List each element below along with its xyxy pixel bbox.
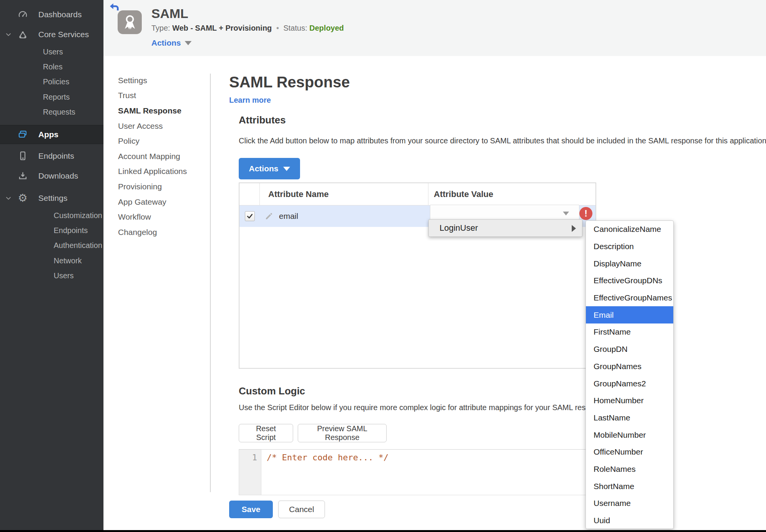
sidebar-item-apps[interactable]: Apps [0,125,103,144]
submenu-item[interactable]: Uuid [586,512,673,529]
submenu-item[interactable]: GroupDN [586,341,673,358]
learn-more-link[interactable]: Learn more [229,96,271,105]
sidebar-item-label: Roles [43,62,62,71]
subnav-item[interactable]: App Gateway [118,194,206,210]
gear-icon: ⚙ [17,192,28,204]
vertical-divider [210,74,211,492]
chevron-down-icon [5,194,12,202]
sidebar-item-authentication[interactable]: Authentication [0,238,103,253]
app-subnav: Settings Trust SAML Response User Access… [118,73,206,240]
section-title: SAML Response [229,74,350,91]
submenu-item[interactable]: Username [586,495,673,512]
sidebar-item-label: Policies [43,77,69,86]
subnav-item[interactable]: Settings [118,73,206,88]
submenu-item[interactable]: MobileNumber [586,426,673,443]
cancel-button[interactable]: Cancel [278,501,325,518]
sidebar-item-users[interactable]: Users [0,44,103,59]
header-actions-label: Actions [151,38,181,48]
sidebar-item-roles[interactable]: Roles [0,59,103,74]
sidebar-item-dashboards[interactable]: Dashboards [0,5,103,25]
reset-script-button[interactable]: Reset Script [239,424,293,442]
attribute-name-value: email [279,212,298,221]
subnav-item[interactable]: Linked Applications [118,164,206,179]
sidebar-item-endpoints-settings[interactable]: Endpoints [0,223,103,238]
download-icon [17,170,28,182]
submenu-item[interactable]: LastName [586,409,673,427]
script-editor: 1 /* Enter code here... */ [239,449,596,495]
attribute-submenu: CanonicalizeName Description DisplayName… [586,220,674,529]
window-bottom-edge [0,530,766,532]
apps-icon [17,129,28,140]
sidebar-item-label: Core Services [38,30,89,39]
sidebar-item-label: Endpoints [54,226,88,235]
submenu-item[interactable]: Description [586,238,673,255]
sidebar-item-core-services[interactable]: Core Services [0,25,103,44]
edit-pencil-icon[interactable] [264,212,274,221]
subnav-item[interactable]: Changelog [118,225,206,240]
subnav-item[interactable]: SAML Response [118,103,206,118]
subnav-item[interactable]: User Access [118,118,206,134]
caret-down-icon [185,41,192,45]
submenu-item[interactable]: FirstName [586,323,673,341]
gauge-icon [17,9,28,20]
header-actions-menu[interactable]: Actions [151,38,192,48]
subnav-item[interactable]: Policy [118,133,206,149]
custom-logic-description: Use the Script Editor below if you requi… [239,403,609,412]
sidebar-item-requests[interactable]: Requests [0,105,103,120]
subnav-item[interactable]: Provisioning [118,179,206,194]
sidebar-item-endpoints[interactable]: Endpoints [0,146,103,166]
submenu-item[interactable]: HomeNumber [586,392,673,409]
attributes-description: Click the Add button below to map attrib… [239,136,766,145]
submenu-item[interactable]: EffectiveGroupNames [586,289,673,307]
sidebar-item-settings[interactable]: ⚙ Settings [0,188,103,208]
save-button[interactable]: Save [229,501,273,518]
sidebar-item-policies[interactable]: Policies [0,74,103,89]
error-icon: ! [579,207,592,220]
core-services-icon [17,29,28,40]
submenu-item[interactable]: EffectiveGroupDNs [586,272,673,289]
preview-saml-response-button[interactable]: Preview SAML Response [298,424,387,442]
submenu-item[interactable]: OfficeNumber [586,443,673,461]
meta-separator: • [274,24,281,32]
sidebar: Dashboards Core Services Users Roles Pol… [0,0,103,532]
subnav-item[interactable]: Trust [118,88,206,103]
column-attribute-name: Attribute Name [260,183,428,205]
sidebar-item-users-settings[interactable]: Users [0,268,103,283]
editor-line-number: 1 [239,450,261,495]
subnav-item[interactable]: Account Mapping [118,149,206,164]
sidebar-item-customization[interactable]: Customization [0,208,103,223]
sidebar-item-label: Network [54,256,82,265]
submenu-item[interactable]: DisplayName [586,255,673,272]
submenu-item[interactable]: GroupNames [586,358,673,375]
attributes-table: Attribute Name Attribute Value email ! [239,182,596,369]
back-arrow-icon[interactable] [108,2,120,12]
type-value: Web - SAML + Provisioning [172,24,272,32]
row-checkbox[interactable] [245,211,255,221]
sidebar-item-downloads[interactable]: Downloads [0,166,103,186]
sidebar-item-label: Reports [43,93,70,102]
sidebar-item-label: Users [54,271,74,280]
phone-icon [17,150,28,162]
submenu-item[interactable]: GroupNames2 [586,375,673,392]
sidebar-item-label: Dashboards [38,10,82,19]
app-header: SAML Type: Web - SAML + Provisioning • S… [103,0,766,56]
caret-down-icon [563,212,569,215]
submenu-item[interactable]: ShortName [586,478,673,495]
subnav-item[interactable]: Workflow [118,209,206,225]
sidebar-item-label: Authentication [54,241,102,250]
sidebar-item-label: Downloads [38,171,78,181]
editor-code-area[interactable]: /* Enter code here... */ [261,450,596,495]
menu-item-loginuser[interactable]: LoginUser [428,219,582,237]
column-attribute-value: Attribute Value [428,183,595,205]
sidebar-item-reports[interactable]: Reports [0,90,103,105]
caret-down-icon [283,167,290,171]
sidebar-item-label: Customization [54,211,102,220]
subnav-items: Settings Trust SAML Response User Access… [118,73,206,240]
submenu-item[interactable]: CanonicalizeName [586,221,673,238]
status-label: Status: [283,24,307,32]
submenu-item[interactable]: Email [586,306,673,323]
sidebar-item-network[interactable]: Network [0,253,103,268]
submenu-item[interactable]: RoleNames [586,461,673,478]
sidebar-item-label: Users [43,48,63,56]
attributes-actions-button[interactable]: Actions [239,158,300,179]
